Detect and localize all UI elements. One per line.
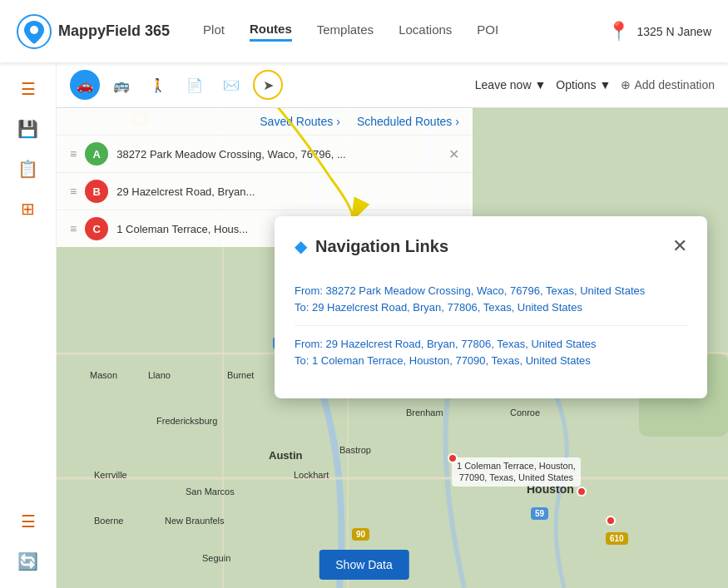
- drag-handle-c[interactable]: ≡: [70, 222, 77, 235]
- nav-right: 📍 1325 N Janew: [607, 21, 711, 42]
- drag-handle-a[interactable]: ≡: [70, 147, 77, 161]
- map-label-austin: Austin: [269, 449, 302, 462]
- saved-routes-link[interactable]: Saved Routes ›: [260, 115, 340, 128]
- map-label-burnet: Burnet: [227, 370, 254, 380]
- stop-a-close-btn[interactable]: ✕: [448, 146, 459, 162]
- navigation-links-modal: ◆ Navigation Links ✕ From: 38272 Park Me…: [275, 216, 707, 398]
- transport-walk-btn[interactable]: 🚶: [143, 70, 173, 100]
- transport-bus-btn[interactable]: 🚌: [106, 70, 136, 100]
- map-label-bastrop: Bastrop: [339, 445, 371, 455]
- logo-icon: [17, 14, 52, 49]
- options-btn[interactable]: Options ▼: [556, 78, 611, 91]
- nav-link-2-to[interactable]: To: 1 Coleman Terrace, Houston, 77090, T…: [295, 353, 687, 369]
- svg-point-1: [30, 26, 38, 34]
- chevron-right-icon-2: ›: [455, 115, 459, 128]
- transport-car-btn[interactable]: 🚗: [70, 70, 100, 100]
- stop-a-input[interactable]: [116, 148, 440, 161]
- drag-handle-b[interactable]: ≡: [70, 185, 77, 198]
- transport-mail-btn[interactable]: ✉️: [216, 70, 246, 100]
- stop-badge-b: B: [85, 180, 108, 203]
- toolbar: 🚗 🚌 🚶 📄 ✉️ ➤ Leave now ▼ Options ▼ ⊕ Add…: [57, 62, 728, 108]
- sidebar-doc-icon[interactable]: 📋: [12, 152, 45, 185]
- map-pin-houston: [448, 453, 458, 463]
- transport-nav-btn[interactable]: ➤: [253, 70, 283, 100]
- map-label-kerrville: Kerrville: [94, 470, 127, 480]
- scheduled-routes-link[interactable]: Scheduled Routes ›: [357, 115, 459, 128]
- navigation-diamond-icon: ◆: [295, 236, 307, 256]
- nav-link-2-from[interactable]: From: 29 Hazelcrest Road, Bryan, 77806, …: [295, 336, 687, 353]
- road-610: 610: [606, 532, 628, 545]
- map-label-llano: Llano: [148, 370, 171, 380]
- modal-title-area: ◆ Navigation Links: [295, 236, 448, 256]
- sidebar-list-icon[interactable]: ☰: [12, 505, 45, 538]
- nav-links: Plot Routes Templates Locations POI: [203, 22, 607, 42]
- modal-close-btn[interactable]: ✕: [672, 237, 687, 255]
- map-popup-houston: 1 Coleman Terrace, Houston,77090, Texas,…: [452, 457, 581, 487]
- map-label-newbraunfels: New Braunfels: [165, 516, 225, 526]
- leave-now-btn[interactable]: Leave now ▼: [475, 78, 547, 91]
- options-chevron-icon: ▼: [600, 78, 612, 91]
- show-data-btn[interactable]: Show Data: [319, 550, 409, 580]
- route-stop-a: ≡ A ✕: [57, 135, 473, 172]
- location-icon: 📍: [607, 21, 630, 42]
- map-label-boerne: Boerne: [94, 516, 123, 526]
- modal-title: Navigation Links: [315, 237, 448, 256]
- map-label-sanmarcos: San Marcos: [186, 487, 235, 497]
- sidebar-refresh-icon[interactable]: 🔄: [12, 545, 45, 578]
- chevron-down-icon: ▼: [535, 78, 547, 91]
- map-label-brenham: Brenham: [406, 408, 443, 418]
- nav-link-item-1: From: 38272 Park Meadow Crossing, Waco, …: [295, 273, 687, 326]
- map-label-seguin: Seguin: [202, 553, 230, 563]
- stop-b-input[interactable]: [116, 185, 459, 198]
- chevron-right-icon: ›: [336, 115, 340, 128]
- add-destination-btn[interactable]: ⊕ Add destination: [621, 78, 715, 91]
- road-90: 90: [352, 528, 369, 541]
- nav-templates[interactable]: Templates: [317, 22, 374, 40]
- stop-badge-c: C: [85, 217, 108, 240]
- sidebar-save-icon[interactable]: 💾: [12, 112, 45, 146]
- nav-routes[interactable]: Routes: [250, 22, 292, 42]
- route-links: Saved Routes › Scheduled Routes ›: [57, 108, 473, 135]
- map-label-lockhart: Lockhart: [294, 470, 329, 480]
- modal-header: ◆ Navigation Links ✕: [295, 236, 687, 256]
- toolbar-right: Leave now ▼ Options ▼ ⊕ Add destination: [475, 78, 715, 91]
- left-sidebar: ☰ 💾 📋 ⊞ ☰ 🔄: [0, 62, 57, 588]
- road-59: 59: [531, 507, 548, 520]
- top-navigation: MappyField 365 Plot Routes Templates Loc…: [0, 0, 728, 62]
- map-pin-houston2: [577, 487, 587, 497]
- sidebar-menu-icon[interactable]: ☰: [12, 72, 45, 106]
- app-name: MappyField 365: [58, 22, 170, 40]
- logo-area: MappyField 365: [17, 14, 170, 49]
- map-label-conroe: Conroe: [510, 408, 540, 418]
- nav-plot[interactable]: Plot: [203, 22, 225, 40]
- stop-badge-a: A: [85, 142, 108, 166]
- map-label-fredericksburg: Fredericksburg: [156, 416, 217, 426]
- nav-poi[interactable]: POI: [477, 22, 498, 40]
- nav-link-1-from[interactable]: From: 38272 Park Meadow Crossing, Waco, …: [295, 283, 687, 299]
- map-pin-houston3: [606, 516, 616, 526]
- nav-link-1-to[interactable]: To: 29 Hazelcrest Road, Bryan, 77806, Te…: [295, 299, 687, 316]
- map-label-mason: Mason: [90, 370, 117, 380]
- sidebar-grid-icon[interactable]: ⊞: [12, 192, 45, 225]
- transport-doc-btn[interactable]: 📄: [180, 70, 210, 100]
- nav-locations[interactable]: Locations: [399, 22, 452, 40]
- nav-link-item-2: From: 29 Hazelcrest Road, Bryan, 77806, …: [295, 326, 687, 378]
- route-stop-b: ≡ B: [57, 172, 473, 210]
- plus-circle-icon: ⊕: [621, 78, 631, 91]
- nav-address: 1325 N Janew: [636, 25, 711, 38]
